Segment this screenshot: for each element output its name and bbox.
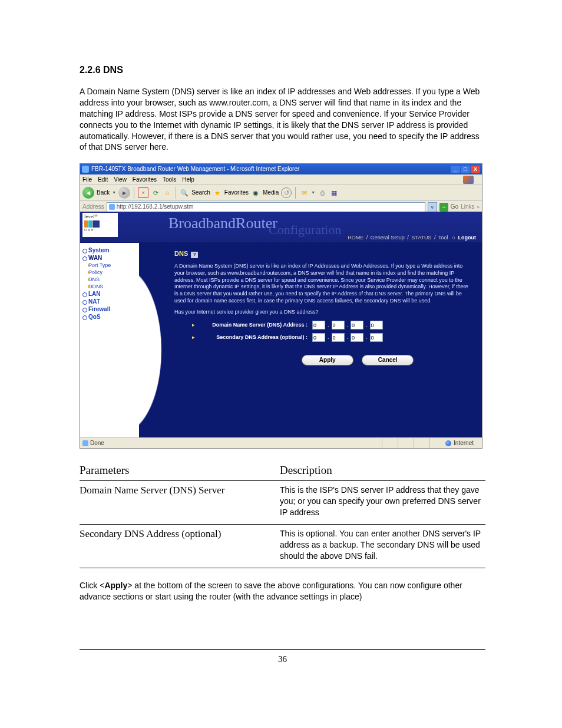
print-icon[interactable]: ⎙	[318, 188, 327, 197]
cancel-button[interactable]: Cancel	[362, 355, 414, 365]
top-nav: HOME / General Setup / STATUS / Tool ○ L…	[346, 235, 477, 241]
refresh-icon[interactable]: ⟳	[151, 188, 160, 197]
dns-description: A Domain Name System (DNS) server is lik…	[174, 263, 470, 304]
main-panel: DNS ? A Domain Name System (DNS) server …	[139, 243, 482, 438]
nav-system[interactable]: System	[82, 247, 137, 254]
nav-dns[interactable]: DNS	[82, 276, 137, 283]
search-icon[interactable]: 🔍	[180, 188, 189, 197]
window-title: FBR-1405TX Broadband Router Web Manageme…	[91, 166, 299, 173]
top-link-status[interactable]: STATUS	[411, 235, 431, 241]
url-text: http://192.168.2.1/setupw.stm	[117, 203, 194, 210]
dns2-octet-d[interactable]	[370, 333, 383, 342]
favorites-icon[interactable]: ★	[213, 188, 222, 197]
nav-port-type[interactable]: Port Type	[82, 262, 137, 269]
stop-icon[interactable]: ×	[138, 187, 148, 198]
top-link-home[interactable]: HOME	[348, 235, 363, 241]
top-link-logout[interactable]: Logout	[458, 235, 477, 241]
dns1-octet-d[interactable]	[370, 321, 383, 330]
back-dropdown-icon[interactable]: ▼	[112, 190, 116, 195]
apply-button[interactable]: Apply	[302, 355, 353, 365]
dns1-octet-b[interactable]	[332, 321, 345, 330]
close-button[interactable]: X	[471, 166, 480, 173]
toolbar: ◄ Back ▼ ► × ⟳ ⌂ 🔍 Search ★ Favorites ◉ …	[80, 185, 482, 201]
param-name: Domain Name Server (DNS) Server	[80, 485, 280, 518]
menu-file[interactable]: File	[82, 176, 92, 183]
nav-qos[interactable]: QoS	[82, 314, 137, 321]
nav-firewall[interactable]: Firewall	[82, 306, 137, 313]
section-heading: 2.2.6 DNS	[80, 65, 485, 75]
status-done: Done	[90, 440, 104, 447]
mail-icon[interactable]: ✉	[299, 188, 309, 197]
favorites-label[interactable]: Favorites	[224, 189, 249, 196]
param-name: Secondary DNS Address (optional)	[80, 528, 280, 562]
status-bar: Done Internet	[80, 437, 482, 448]
maximize-button[interactable]: □	[461, 166, 470, 173]
titlebar: FBR-1405TX Broadband Router Web Manageme…	[80, 164, 482, 174]
dns2-octet-c[interactable]	[351, 333, 363, 342]
nav-lan[interactable]: LAN	[82, 291, 137, 298]
secondary-dns-label: Secondary DNS Address (optional) :	[199, 334, 308, 341]
go-label[interactable]: Go	[451, 203, 458, 210]
nav-nat[interactable]: NAT	[82, 298, 137, 305]
param-desc: This is optional. You can enter another …	[280, 528, 485, 562]
url-dropdown-icon[interactable]: v	[428, 202, 437, 212]
done-icon	[82, 440, 88, 446]
dns1-octet-c[interactable]	[351, 321, 363, 330]
page-icon	[109, 204, 115, 210]
banner-title: BroadbandRouter	[168, 214, 277, 232]
back-label[interactable]: Back	[97, 189, 110, 196]
secondary-dns-row: ▸ Secondary DNS Address (optional) : . .…	[192, 333, 470, 342]
mail-dropdown-icon[interactable]: ▼	[311, 190, 315, 195]
links-expand-icon[interactable]: »	[477, 205, 480, 210]
nav-policy[interactable]: Policy	[82, 269, 137, 276]
status-zone: Internet	[454, 440, 474, 447]
primary-dns-label: Domain Name Server (DNS) Address :	[199, 322, 308, 328]
menu-favorites[interactable]: Favorites	[133, 176, 157, 183]
menu-view[interactable]: View	[114, 176, 127, 183]
history-icon[interactable]: ↺	[281, 187, 292, 198]
menu-edit[interactable]: Edit	[98, 176, 108, 183]
intro-paragraph: A Domain Name System (DNS) server is lik…	[80, 86, 485, 153]
nav-wan[interactable]: WAN	[82, 255, 137, 262]
help-icon[interactable]: ?	[191, 252, 198, 258]
forward-button[interactable]: ►	[118, 187, 130, 199]
menu-help[interactable]: Help	[182, 176, 194, 183]
dns1-octet-a[interactable]	[312, 321, 325, 330]
go-button[interactable]: →	[439, 203, 448, 212]
router-config-page: level® one BroadbandRouter Configuration…	[80, 212, 482, 438]
back-button[interactable]: ◄	[82, 187, 94, 199]
home-icon[interactable]: ⌂	[163, 188, 172, 197]
search-label[interactable]: Search	[191, 189, 210, 196]
primary-dns-row: ▸ Domain Name Server (DNS) Address : . .…	[192, 321, 470, 330]
top-link-tool[interactable]: Tool	[438, 235, 448, 241]
parameters-table: Parameters Description Domain Name Serve…	[80, 464, 485, 568]
banner-subtitle: Configuration	[269, 222, 341, 238]
edit-icon[interactable]: ▦	[329, 188, 339, 197]
col-description: Description	[280, 464, 485, 477]
dns2-octet-b[interactable]	[332, 333, 345, 342]
levelone-logo: level® one	[82, 213, 118, 237]
internet-zone-icon	[445, 440, 451, 446]
ie-icon	[82, 166, 89, 173]
dns-prompt: Has your Internet service provider given…	[174, 309, 470, 316]
col-parameters: Parameters	[80, 464, 280, 477]
links-label[interactable]: Links	[461, 203, 474, 210]
minimize-button[interactable]: _	[451, 166, 460, 173]
address-label: Address	[82, 203, 104, 210]
closing-text: Click <Apply> at the bottom of the scree…	[80, 580, 485, 602]
menubar: File Edit View Favorites Tools Help	[80, 174, 482, 185]
media-icon[interactable]: ◉	[251, 188, 260, 197]
media-label[interactable]: Media	[263, 189, 279, 196]
top-link-setup[interactable]: General Setup	[371, 235, 405, 241]
url-input[interactable]: http://192.168.2.1/setupw.stm	[107, 202, 425, 212]
page-heading: DNS ?	[174, 250, 470, 258]
param-desc: This is the ISP's DNS server IP address …	[280, 485, 485, 518]
sidebar: System WAN Port Type Policy DNS DDNS LAN…	[80, 243, 139, 438]
browser-window: FBR-1405TX Broadband Router Web Manageme…	[80, 163, 482, 449]
nav-ddns[interactable]: DDNS	[82, 284, 137, 290]
windows-logo-icon	[463, 176, 474, 184]
menu-tools[interactable]: Tools	[163, 176, 176, 183]
banner: level® one BroadbandRouter Configuration…	[80, 212, 482, 243]
dns2-octet-a[interactable]	[312, 333, 325, 342]
page-number: 36	[80, 649, 485, 664]
